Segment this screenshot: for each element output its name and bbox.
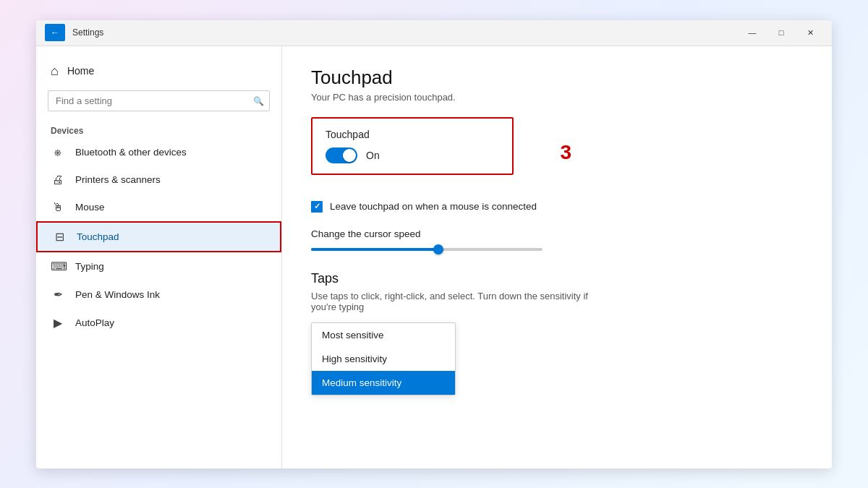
sidebar-label-autoplay: AutoPlay [75,317,114,328]
mouse-icon: 🖱 [51,201,65,214]
close-button[interactable]: ✕ [797,22,823,43]
checkbox-label: Leave touchpad on when a mouse is connec… [330,201,537,212]
dropdown-item-medium-sensitivity[interactable]: Medium sensitivity [312,371,455,395]
sidebar-home[interactable]: Home [36,58,281,85]
dropdown-item-most-sensitive[interactable]: Most sensitive [312,323,455,347]
search-icon [253,95,264,106]
sidebar-item-autoplay[interactable]: ▶ AutoPlay [36,309,281,337]
taps-section: Taps Use taps to click, right-click, and… [311,271,803,395]
autoplay-icon: ▶ [51,316,65,330]
sidebar-item-mouse[interactable]: 🖱 Mouse [36,194,281,221]
sidebar-item-touchpad[interactable]: ⊟ Touchpad 2 [36,221,281,252]
touchpad-toggle[interactable] [326,147,357,163]
toggle-row: On [326,147,499,163]
page-title: Touchpad [311,67,803,89]
printers-icon: 🖨 [51,174,65,187]
slider-title: Change the cursor speed [311,228,803,239]
sidebar-label-typing: Typing [75,261,104,272]
window-title: Settings [72,27,739,38]
taps-desc: Use taps to click, right-click, and sele… [311,291,615,312]
back-button[interactable]: ← [45,24,65,41]
window-controls: — □ ✕ [739,22,823,43]
home-label: Home [67,65,94,77]
touchpad-checkbox[interactable] [311,201,323,213]
sidebar-label-pen: Pen & Windows Ink [75,289,160,300]
toggle-label: Touchpad [326,129,499,140]
minimize-button[interactable]: — [739,22,765,43]
slider-thumb[interactable] [433,244,443,254]
sidebar-item-pen[interactable]: ✒ Pen & Windows Ink [36,281,281,309]
sidebar-label-bluetooth: Bluetooth & other devices [75,147,187,158]
checkbox-row: Leave touchpad on when a mouse is connec… [311,201,803,213]
sidebar-search [48,90,270,111]
main-content: Touchpad Your PC has a precision touchpa… [282,46,832,468]
sensitivity-dropdown[interactable]: Most sensitive High sensitivity Medium s… [311,322,456,395]
back-icon: ← [51,27,59,38]
sidebar-label-printers: Printers & scanners [75,174,161,185]
touchpad-toggle-box: Touchpad On [311,117,514,175]
sidebar-item-typing[interactable]: ⌨ Typing [36,252,281,281]
home-icon [51,64,59,79]
titlebar: ← Settings — □ ✕ [36,20,832,46]
slider-section: Change the cursor speed [311,228,803,251]
search-input[interactable] [48,90,270,111]
pen-icon: ✒ [51,288,65,301]
slider-fill [311,248,438,251]
sidebar-item-printers[interactable]: 🖨 Printers & scanners [36,166,281,194]
sidebar-item-bluetooth[interactable]: ⎈ Bluetooth & other devices [36,139,281,166]
maximize-button[interactable]: □ [768,22,794,43]
bluetooth-icon: ⎈ [51,146,65,159]
keyboard-icon: ⌨ [51,260,65,273]
badge-3: 3 [560,141,571,164]
taps-title: Taps [311,271,803,286]
sidebar: Home Devices ⎈ Bluetooth & other devices… [36,46,282,468]
content-area: Home Devices ⎈ Bluetooth & other devices… [36,46,832,468]
page-subtitle: Your PC has a precision touchpad. [311,92,803,103]
dropdown-item-high-sensitivity[interactable]: High sensitivity [312,347,455,371]
sidebar-group-label: Devices [36,123,281,139]
sidebar-label-mouse: Mouse [75,202,105,213]
settings-window: ← Settings — □ ✕ Home Devices ⎈ Bluetoot… [36,20,832,468]
slider-track[interactable] [311,248,542,251]
touchpad-icon: ⊟ [52,230,67,244]
sidebar-label-touchpad: Touchpad [77,231,119,242]
toggle-state-text: On [366,150,380,161]
